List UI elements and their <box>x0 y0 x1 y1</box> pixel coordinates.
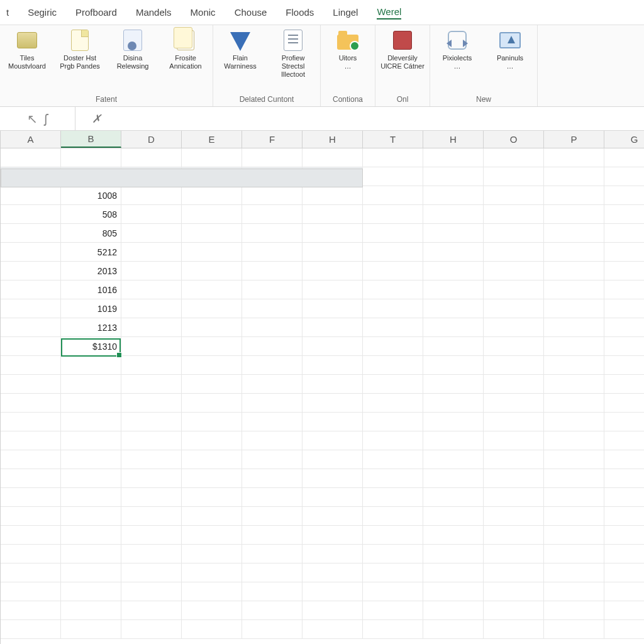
cell[interactable] <box>1 620 61 639</box>
cell[interactable] <box>303 601 363 620</box>
cell[interactable] <box>604 262 644 280</box>
cell[interactable] <box>423 413 484 431</box>
cell[interactable] <box>182 243 242 262</box>
cell[interactable] <box>544 431 604 450</box>
cell[interactable] <box>423 186 484 205</box>
cell[interactable] <box>544 205 604 224</box>
cell[interactable] <box>182 224 242 243</box>
cell[interactable] <box>544 601 604 620</box>
cell[interactable] <box>363 356 423 375</box>
cell[interactable] <box>61 356 121 375</box>
cell[interactable] <box>121 601 182 620</box>
cell[interactable] <box>242 299 303 318</box>
cell[interactable] <box>363 262 423 280</box>
cell[interactable] <box>604 280 644 299</box>
cell[interactable] <box>363 488 423 507</box>
cell[interactable] <box>121 545 182 564</box>
cell[interactable] <box>121 318 182 337</box>
cell[interactable] <box>182 601 242 620</box>
cell[interactable] <box>182 620 242 639</box>
cell[interactable] <box>604 488 644 507</box>
cell[interactable] <box>363 280 423 299</box>
cell[interactable] <box>484 224 544 243</box>
cell[interactable] <box>544 280 604 299</box>
cell[interactable] <box>121 413 182 431</box>
cell[interactable] <box>363 243 423 262</box>
cell[interactable] <box>303 620 363 639</box>
cell[interactable] <box>1 337 61 356</box>
cell[interactable] <box>303 545 363 564</box>
cell[interactable] <box>363 450 423 469</box>
cell[interactable] <box>303 394 363 413</box>
column-header-h-5[interactable]: H <box>303 131 363 148</box>
cell[interactable] <box>242 186 303 205</box>
cell[interactable] <box>484 545 544 564</box>
cell[interactable]: 5212 <box>61 243 121 262</box>
cell[interactable] <box>604 394 644 413</box>
cell[interactable] <box>544 299 604 318</box>
tab-lingel[interactable]: Lingel <box>333 6 358 19</box>
cell[interactable] <box>242 356 303 375</box>
cell[interactable] <box>303 186 363 205</box>
cell[interactable] <box>363 337 423 356</box>
cell[interactable] <box>1 488 61 507</box>
cell[interactable] <box>363 545 423 564</box>
cell[interactable]: 805 <box>61 224 121 243</box>
cell[interactable] <box>182 545 242 564</box>
ribbon-item-disina[interactable]: Disina Relewsing <box>111 28 155 70</box>
column-header-p-9[interactable]: P <box>544 131 604 148</box>
cell[interactable] <box>1 299 61 318</box>
cell[interactable] <box>182 205 242 224</box>
cell[interactable] <box>121 356 182 375</box>
cell[interactable] <box>363 526 423 545</box>
cell[interactable] <box>604 431 644 450</box>
cell[interactable]: 2013 <box>61 262 121 280</box>
cell[interactable] <box>604 601 644 620</box>
cell[interactable] <box>544 582 604 601</box>
cell[interactable] <box>1 394 61 413</box>
ribbon-item-deversily[interactable]: Dleverśily UlCRE Cátner <box>380 28 425 70</box>
cell[interactable] <box>484 526 544 545</box>
cell[interactable] <box>484 394 544 413</box>
cell[interactable]: 1019 <box>61 299 121 318</box>
cell[interactable] <box>303 148 363 167</box>
cell[interactable] <box>1 356 61 375</box>
cell[interactable] <box>242 243 303 262</box>
fx-cancel-icon[interactable]: ✗ <box>87 112 106 126</box>
cell[interactable] <box>363 375 423 394</box>
cell[interactable] <box>604 299 644 318</box>
cell[interactable] <box>242 337 303 356</box>
cell[interactable] <box>423 469 484 488</box>
tab-werel[interactable]: Werel <box>377 5 401 19</box>
cell[interactable] <box>604 205 644 224</box>
cell[interactable] <box>61 413 121 431</box>
cell[interactable] <box>303 526 363 545</box>
ribbon-item-doster[interactable]: Doster Hst Prgb Pandes <box>58 28 102 70</box>
cell[interactable] <box>303 243 363 262</box>
cell[interactable] <box>363 148 423 167</box>
cell[interactable] <box>61 394 121 413</box>
cell[interactable]: 1213 <box>61 318 121 337</box>
cell[interactable] <box>61 526 121 545</box>
cell[interactable] <box>544 243 604 262</box>
cell-area[interactable]: XamuanyDeprerds1008508805521220131016101… <box>1 148 644 644</box>
cell[interactable] <box>604 375 644 394</box>
cell[interactable] <box>1 224 61 243</box>
cell[interactable] <box>423 299 484 318</box>
cell[interactable] <box>423 375 484 394</box>
column-header-h-7[interactable]: H <box>423 131 484 148</box>
cell[interactable] <box>604 186 644 205</box>
cell[interactable] <box>423 564 484 582</box>
cell[interactable]: $1310 <box>61 337 121 356</box>
name-box[interactable]: ↖ ʃ <box>0 107 75 130</box>
ribbon-item-flain[interactable]: Flain Warniness <box>218 28 262 70</box>
cell[interactable] <box>363 224 423 243</box>
cell[interactable] <box>121 299 182 318</box>
spreadsheet-grid[interactable]: ABDEFHTHOPG XamuanyDeprerds1008508805521… <box>0 131 644 644</box>
cell[interactable] <box>544 375 604 394</box>
cell[interactable] <box>484 167 544 186</box>
cell[interactable] <box>544 318 604 337</box>
cell[interactable] <box>544 394 604 413</box>
cell[interactable] <box>182 356 242 375</box>
cell[interactable] <box>61 431 121 450</box>
